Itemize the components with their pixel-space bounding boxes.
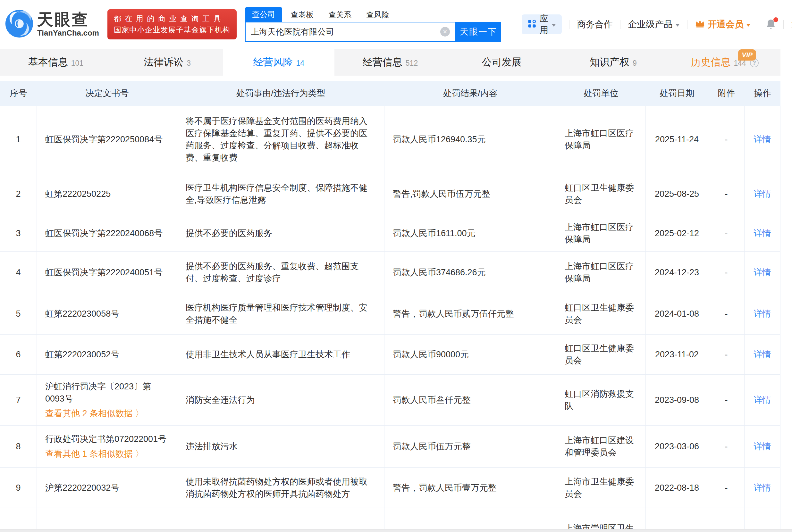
section-tab[interactable]: 经营信息512	[334, 49, 446, 76]
horizontal-scrollbar[interactable]	[0, 529, 792, 532]
attachment-cell: -	[708, 468, 744, 508]
search-tab[interactable]: 查关系	[328, 8, 351, 22]
search-tab[interactable]: 查老板	[291, 8, 314, 22]
column-header: 处罚日期	[646, 81, 708, 106]
action-cell: 详情	[744, 215, 780, 251]
table-row: 10崇第2220180003号未取得《医疗机构执业许可证》擅自执业罚款上海市崇明…	[0, 508, 780, 532]
menu-label: 开通会员	[708, 18, 743, 31]
table-row: 4虹医保罚决字第2220240051号提供不必要的医药服务、重复收费、超范围支付…	[0, 251, 780, 293]
table-row: 6虹第2220230052号使用非卫生技术人员从事医疗卫生技术工作罚款人民币90…	[0, 335, 780, 375]
apps-button[interactable]: 应用	[522, 15, 562, 34]
detail-link[interactable]: 详情	[754, 482, 771, 494]
penalty-result: 罚款人民币126940.35元	[384, 106, 556, 173]
doc-number-cell: 虹医保罚决字第2220240068号	[37, 215, 177, 251]
penalty-reason: 提供不必要的医药服务	[177, 215, 384, 251]
penalty-date: 2023-03-06	[646, 425, 708, 467]
top-nav: 商务合作 企业级产品 开通会员	[562, 18, 792, 31]
doc-number: 虹医保罚决字第2220240051号	[45, 266, 163, 279]
penalty-authority: 虹口区消防救援支队	[556, 375, 646, 425]
section-tab[interactable]: 公司发展	[446, 49, 558, 76]
penalty-result: 罚款人民币90000元	[384, 335, 556, 374]
action-cell: 详情	[744, 251, 780, 293]
tianyancha-logo-icon	[4, 9, 34, 40]
penalty-reason: 消防安全违法行为	[177, 375, 384, 425]
menu-enterprise-products[interactable]: 企业级产品	[628, 18, 680, 31]
action-cell: 详情	[744, 293, 780, 334]
action-cell: 详情	[744, 106, 780, 173]
row-number: 3	[0, 215, 37, 251]
similar-data-link[interactable]: 查看其他 1 条相似数据 〉	[45, 448, 144, 460]
penalty-authority: 上海市虹口区医疗保障局	[556, 251, 646, 293]
column-header: 附件	[708, 81, 744, 106]
row-number: 2	[0, 173, 37, 215]
chevron-down-icon	[746, 24, 751, 26]
section-tab[interactable]: 法律诉讼3	[112, 49, 223, 76]
tab-count: 3	[187, 59, 191, 68]
detail-link[interactable]: 详情	[754, 133, 771, 146]
column-header: 处罚事由/违法行为类型	[177, 81, 384, 106]
search-input[interactable]	[251, 27, 440, 37]
table-body: 1虹医保罚决字第2220250084号将不属于医疗保障基金支付范围的医药费用纳入…	[0, 106, 780, 532]
search-box[interactable]: ✕	[245, 22, 456, 42]
clear-icon[interactable]: ✕	[440, 27, 450, 37]
section-tab[interactable]: 基本信息101	[0, 49, 112, 76]
penalty-result: 罚款人民币伍万元整	[384, 425, 556, 467]
row-number: 4	[0, 251, 37, 293]
attachment-cell: -	[708, 215, 744, 251]
apps-label: 应用	[540, 13, 548, 36]
row-number: 10	[0, 508, 37, 532]
penalty-reason: 使用未取得抗菌药物处方权的医师或者使用被取消抗菌药物处方权的医师开具抗菌药物处方	[177, 468, 384, 508]
notification-bell[interactable]	[766, 19, 776, 30]
table-row: 9沪第2220220032号使用未取得抗菌药物处方权的医师或者使用被取消抗菌药物…	[0, 468, 780, 508]
similar-data-link[interactable]: 查看其他 2 条相似数据 〉	[45, 407, 144, 419]
column-header: 序号	[0, 81, 37, 106]
tianyancha-logo[interactable]: 天眼查 TianYanCha.com	[4, 9, 99, 40]
penalty-result: 罚款人民币叁仟元整	[384, 375, 556, 425]
penalty-reason: 使用非卫生技术人员从事医疗卫生技术工作	[177, 335, 384, 374]
table-row: 5虹第2220230058号医疗机构医疗质量管理和医疗技术管理制度、安全措施不健…	[0, 293, 780, 335]
tianyancha-page: 天眼查 TianYanCha.com 都在用的商业查询工具 国家中小企业发展子基…	[0, 0, 792, 532]
section-tabs-bar: 基本信息101法律诉讼3经营风险14经营信息512公司发展知识产权9历史信息14…	[0, 49, 780, 76]
search-tab[interactable]: 查风险	[366, 8, 389, 22]
detail-link[interactable]: 详情	[754, 440, 771, 453]
action-cell: 详情	[744, 335, 780, 374]
tab-label: 基本信息	[28, 55, 68, 69]
divider	[620, 20, 621, 29]
apps-grid-icon	[528, 19, 536, 30]
doc-number-cell: 行政处罚决定书第072022001号查看其他 1 条相似数据 〉	[37, 425, 177, 467]
search-button[interactable]: 天眼一下	[456, 22, 501, 42]
chevron-down-icon	[552, 24, 556, 26]
action-cell: -	[744, 508, 780, 532]
penalty-date: 2025-02-12	[646, 215, 708, 251]
attachment-cell: -	[708, 375, 744, 425]
detail-link[interactable]: 详情	[754, 266, 771, 279]
menu-business-cooperation[interactable]: 商务合作	[577, 18, 613, 31]
section-tab[interactable]: 历史信息144VIP?	[669, 49, 780, 76]
divider	[687, 20, 687, 29]
section-tab[interactable]: 经营风险14	[223, 49, 334, 76]
doc-number: 虹第2220250225	[45, 188, 111, 200]
action-cell: 详情	[744, 425, 780, 467]
detail-link[interactable]: 详情	[754, 227, 771, 240]
penalty-date: 2024-12-23	[646, 251, 708, 293]
menu-label: 企业级产品	[628, 18, 673, 31]
detail-link[interactable]: 详情	[754, 188, 771, 200]
table-row: 8行政处罚决定书第072022001号查看其他 1 条相似数据 〉违法排放污水罚…	[0, 425, 780, 468]
attachment-cell: -	[708, 173, 744, 215]
column-header: 决定文书号	[37, 81, 177, 106]
tab-count: 14	[296, 59, 305, 68]
logo-text: 天眼查 TianYanCha.com	[37, 11, 99, 38]
penalty-date: 2023-09-08	[646, 375, 708, 425]
section-tab[interactable]: 知识产权9	[558, 49, 669, 76]
slogan-badge: 都在用的商业查询工具 国家中小企业发展子基金旗下机构	[107, 9, 237, 39]
search-tab[interactable]: 查公司	[245, 7, 282, 22]
doc-number: 行政处罚决定书第072022001号	[45, 433, 166, 445]
penalty-date: 2018-06-29	[646, 508, 708, 532]
detail-link[interactable]: 详情	[754, 348, 771, 361]
notification-dot	[773, 17, 778, 22]
detail-link[interactable]: 详情	[754, 394, 771, 406]
logo-domain: TianYanCha.com	[37, 28, 99, 38]
row-number: 5	[0, 293, 37, 334]
menu-vip-upgrade[interactable]: 开通会员	[695, 18, 751, 31]
detail-link[interactable]: 详情	[754, 308, 771, 320]
